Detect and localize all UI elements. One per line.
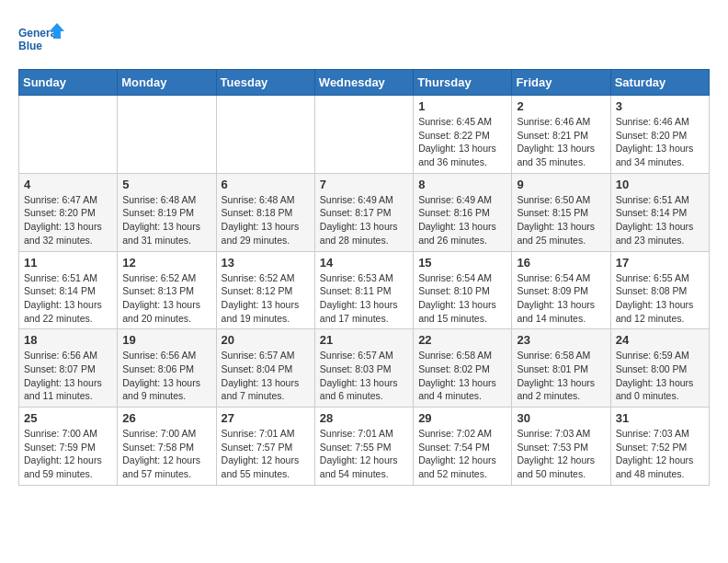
day-number: 4 [24, 178, 112, 191]
calendar-header-row: SundayMondayTuesdayWednesdayThursdayFrid… [19, 70, 710, 96]
calendar-cell: 21Sunrise: 6:57 AM Sunset: 8:03 PM Dayli… [314, 329, 413, 408]
day-info: Sunrise: 6:45 AM Sunset: 8:22 PM Dayligh… [418, 115, 506, 169]
day-number: 3 [616, 99, 704, 113]
day-number: 7 [320, 178, 408, 191]
day-number: 18 [24, 333, 112, 347]
svg-text:Blue: Blue [18, 40, 42, 52]
calendar-cell: 14Sunrise: 6:53 AM Sunset: 8:11 PM Dayli… [314, 251, 413, 329]
calendar-cell: 23Sunrise: 6:58 AM Sunset: 8:01 PM Dayli… [512, 329, 610, 408]
calendar-week-row: 1Sunrise: 6:45 AM Sunset: 8:22 PM Daylig… [19, 96, 710, 174]
weekday-header: Thursday [414, 70, 512, 96]
day-info: Sunrise: 6:49 AM Sunset: 8:17 PM Dayligh… [320, 193, 408, 247]
day-number: 28 [320, 411, 408, 425]
day-number: 25 [24, 411, 112, 425]
day-info: Sunrise: 7:03 AM Sunset: 7:52 PM Dayligh… [616, 427, 704, 481]
day-number: 15 [418, 256, 506, 270]
calendar-week-row: 18Sunrise: 6:56 AM Sunset: 8:07 PM Dayli… [19, 329, 710, 408]
calendar-week-row: 4Sunrise: 6:47 AM Sunset: 8:20 PM Daylig… [19, 173, 710, 251]
calendar-cell: 10Sunrise: 6:51 AM Sunset: 8:14 PM Dayli… [610, 173, 709, 251]
calendar-cell: 24Sunrise: 6:59 AM Sunset: 8:00 PM Dayli… [610, 329, 709, 408]
weekday-header: Tuesday [216, 70, 314, 96]
page-header: General Blue [18, 18, 710, 60]
day-number: 12 [122, 256, 210, 270]
day-info: Sunrise: 6:49 AM Sunset: 8:16 PM Dayligh… [418, 193, 506, 247]
day-info: Sunrise: 6:58 AM Sunset: 8:02 PM Dayligh… [418, 349, 506, 403]
day-number: 22 [418, 333, 506, 347]
calendar-cell: 12Sunrise: 6:52 AM Sunset: 8:13 PM Dayli… [118, 251, 216, 329]
calendar-cell: 25Sunrise: 7:00 AM Sunset: 7:59 PM Dayli… [19, 408, 118, 486]
calendar-cell: 15Sunrise: 6:54 AM Sunset: 8:10 PM Dayli… [414, 251, 512, 329]
day-info: Sunrise: 6:56 AM Sunset: 8:07 PM Dayligh… [24, 349, 112, 403]
calendar-cell: 5Sunrise: 6:48 AM Sunset: 8:19 PM Daylig… [118, 173, 216, 251]
day-info: Sunrise: 6:54 AM Sunset: 8:10 PM Dayligh… [418, 271, 506, 326]
day-info: Sunrise: 6:51 AM Sunset: 8:14 PM Dayligh… [616, 193, 704, 247]
calendar-cell [216, 96, 314, 174]
day-info: Sunrise: 6:54 AM Sunset: 8:09 PM Dayligh… [517, 271, 605, 326]
day-info: Sunrise: 6:57 AM Sunset: 8:03 PM Dayligh… [320, 349, 408, 403]
logo: General Blue [18, 18, 64, 60]
calendar-cell: 19Sunrise: 6:56 AM Sunset: 8:06 PM Dayli… [118, 329, 216, 408]
day-number: 20 [222, 333, 310, 347]
calendar-cell: 29Sunrise: 7:02 AM Sunset: 7:54 PM Dayli… [414, 408, 512, 486]
calendar-cell: 28Sunrise: 7:01 AM Sunset: 7:55 PM Dayli… [314, 408, 413, 486]
day-info: Sunrise: 7:01 AM Sunset: 7:55 PM Dayligh… [320, 427, 408, 481]
day-info: Sunrise: 7:01 AM Sunset: 7:57 PM Dayligh… [222, 427, 310, 481]
day-number: 13 [222, 256, 310, 270]
day-number: 30 [517, 411, 605, 425]
calendar-week-row: 11Sunrise: 6:51 AM Sunset: 8:14 PM Dayli… [19, 251, 710, 329]
calendar-cell: 16Sunrise: 6:54 AM Sunset: 8:09 PM Dayli… [512, 251, 610, 329]
day-info: Sunrise: 6:56 AM Sunset: 8:06 PM Dayligh… [122, 349, 210, 403]
calendar-cell: 27Sunrise: 7:01 AM Sunset: 7:57 PM Dayli… [216, 408, 314, 486]
day-number: 24 [616, 333, 704, 347]
day-number: 31 [616, 411, 704, 425]
day-info: Sunrise: 7:00 AM Sunset: 7:59 PM Dayligh… [24, 427, 112, 481]
day-info: Sunrise: 6:55 AM Sunset: 8:08 PM Dayligh… [616, 271, 704, 326]
calendar-cell: 2Sunrise: 6:46 AM Sunset: 8:21 PM Daylig… [512, 96, 610, 174]
weekday-header: Friday [512, 70, 610, 96]
day-number: 29 [418, 411, 506, 425]
calendar-cell: 11Sunrise: 6:51 AM Sunset: 8:14 PM Dayli… [19, 251, 118, 329]
calendar-cell: 1Sunrise: 6:45 AM Sunset: 8:22 PM Daylig… [414, 96, 512, 174]
calendar-cell: 6Sunrise: 6:48 AM Sunset: 8:18 PM Daylig… [216, 173, 314, 251]
day-number: 9 [517, 178, 605, 191]
calendar-cell: 9Sunrise: 6:50 AM Sunset: 8:15 PM Daylig… [512, 173, 610, 251]
day-info: Sunrise: 6:52 AM Sunset: 8:12 PM Dayligh… [222, 271, 310, 326]
day-info: Sunrise: 6:57 AM Sunset: 8:04 PM Dayligh… [222, 349, 310, 403]
day-number: 10 [616, 178, 704, 191]
calendar-cell [118, 96, 216, 174]
day-info: Sunrise: 7:03 AM Sunset: 7:53 PM Dayligh… [517, 427, 605, 481]
day-number: 1 [418, 99, 506, 113]
weekday-header: Sunday [19, 70, 118, 96]
day-number: 19 [122, 333, 210, 347]
day-number: 21 [320, 333, 408, 347]
day-number: 14 [320, 256, 408, 270]
logo-svg: General Blue [18, 18, 64, 60]
day-number: 2 [517, 99, 605, 113]
day-info: Sunrise: 7:00 AM Sunset: 7:58 PM Dayligh… [122, 427, 210, 481]
calendar-cell: 20Sunrise: 6:57 AM Sunset: 8:04 PM Dayli… [216, 329, 314, 408]
day-info: Sunrise: 6:46 AM Sunset: 8:21 PM Dayligh… [517, 115, 605, 169]
day-number: 11 [24, 256, 112, 270]
weekday-header: Wednesday [314, 70, 413, 96]
day-number: 27 [222, 411, 310, 425]
day-info: Sunrise: 6:48 AM Sunset: 8:18 PM Dayligh… [222, 193, 310, 247]
day-number: 5 [122, 178, 210, 191]
calendar-cell [314, 96, 413, 174]
day-info: Sunrise: 6:50 AM Sunset: 8:15 PM Dayligh… [517, 193, 605, 247]
day-number: 17 [616, 256, 704, 270]
day-number: 26 [122, 411, 210, 425]
calendar-cell: 7Sunrise: 6:49 AM Sunset: 8:17 PM Daylig… [314, 173, 413, 251]
day-info: Sunrise: 6:48 AM Sunset: 8:19 PM Dayligh… [122, 193, 210, 247]
weekday-header: Saturday [610, 70, 709, 96]
day-info: Sunrise: 6:59 AM Sunset: 8:00 PM Dayligh… [616, 349, 704, 403]
calendar-cell: 26Sunrise: 7:00 AM Sunset: 7:58 PM Dayli… [118, 408, 216, 486]
calendar-cell: 17Sunrise: 6:55 AM Sunset: 8:08 PM Dayli… [610, 251, 709, 329]
calendar-table: SundayMondayTuesdayWednesdayThursdayFrid… [18, 69, 710, 486]
calendar-cell: 22Sunrise: 6:58 AM Sunset: 8:02 PM Dayli… [414, 329, 512, 408]
calendar-cell: 3Sunrise: 6:46 AM Sunset: 8:20 PM Daylig… [610, 96, 709, 174]
day-info: Sunrise: 6:51 AM Sunset: 8:14 PM Dayligh… [24, 271, 112, 326]
calendar-cell: 31Sunrise: 7:03 AM Sunset: 7:52 PM Dayli… [610, 408, 709, 486]
calendar-week-row: 25Sunrise: 7:00 AM Sunset: 7:59 PM Dayli… [19, 408, 710, 486]
day-info: Sunrise: 6:46 AM Sunset: 8:20 PM Dayligh… [616, 115, 704, 169]
calendar-cell: 13Sunrise: 6:52 AM Sunset: 8:12 PM Dayli… [216, 251, 314, 329]
